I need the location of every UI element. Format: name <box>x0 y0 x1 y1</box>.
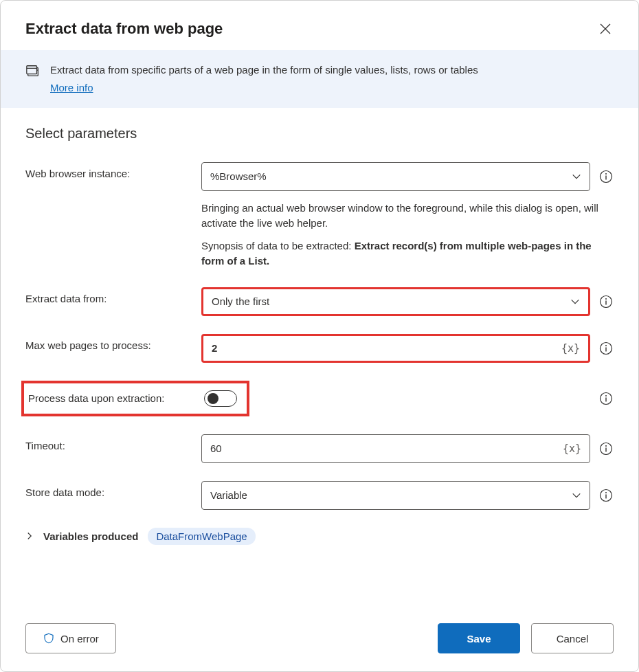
banner-text: Extract data from specific parts of a we… <box>50 63 478 78</box>
info-icon[interactable] <box>598 294 614 309</box>
chevron-right-icon <box>25 532 34 540</box>
svg-point-11 <box>605 345 607 346</box>
info-icon[interactable] <box>598 391 614 406</box>
on-error-button[interactable]: On error <box>25 623 116 653</box>
store-mode-value: Variable <box>210 489 572 501</box>
save-button[interactable]: Save <box>438 623 520 653</box>
synopsis-text: Synopsis of data to be extracted: Extrac… <box>201 238 614 269</box>
window-icon <box>25 64 41 79</box>
close-icon <box>600 23 611 34</box>
shield-icon <box>43 632 55 645</box>
timeout-value: 60 <box>210 443 563 454</box>
info-icon[interactable] <box>598 341 614 356</box>
dialog-title: Extract data from web page <box>25 20 223 38</box>
variable-picker-icon[interactable]: {x} <box>561 342 580 355</box>
timeout-label: Timeout: <box>25 434 190 451</box>
svg-rect-6 <box>605 175 606 179</box>
max-pages-value: 2 <box>212 342 561 354</box>
variable-picker-icon[interactable]: {x} <box>563 443 581 455</box>
extract-from-label: Extract data from: <box>25 287 190 304</box>
info-icon[interactable] <box>598 441 614 456</box>
info-icon[interactable] <box>598 488 614 503</box>
browser-instance-dropdown[interactable]: %Browser% <box>201 162 590 191</box>
info-banner: Extract data from specific parts of a we… <box>1 50 638 108</box>
section-title: Select parameters <box>25 126 614 142</box>
browser-instance-label: Web browser instance: <box>25 162 190 179</box>
svg-rect-12 <box>605 347 606 351</box>
timeout-input[interactable]: 60 {x} <box>201 434 590 463</box>
extract-from-dropdown[interactable]: Only the first <box>201 287 590 316</box>
svg-point-14 <box>605 395 607 396</box>
variables-produced-label: Variables produced <box>43 530 138 542</box>
svg-point-20 <box>605 492 607 493</box>
extract-from-value: Only the first <box>212 295 570 307</box>
info-icon[interactable] <box>598 169 614 184</box>
browser-instance-value: %Browser% <box>210 170 572 182</box>
svg-rect-21 <box>605 494 606 498</box>
chevron-down-icon <box>570 297 580 306</box>
svg-rect-2 <box>27 66 37 74</box>
svg-rect-15 <box>605 397 606 401</box>
toggle-knob <box>208 393 218 404</box>
more-info-link[interactable]: More info <box>50 80 93 96</box>
helper-text: Bringing an actual web browser window to… <box>201 201 614 232</box>
chevron-down-icon <box>572 491 581 500</box>
store-mode-dropdown[interactable]: Variable <box>201 481 590 510</box>
chevron-down-icon <box>572 172 581 181</box>
svg-point-17 <box>605 445 607 447</box>
max-pages-input[interactable]: 2 {x} <box>201 334 590 363</box>
svg-rect-18 <box>605 447 606 451</box>
process-data-toggle[interactable] <box>204 390 237 407</box>
cancel-button[interactable]: Cancel <box>531 623 614 653</box>
svg-rect-9 <box>605 300 606 304</box>
process-data-label: Process data upon extraction: <box>25 392 193 404</box>
svg-point-8 <box>605 298 607 300</box>
variables-expand-toggle[interactable] <box>25 532 34 540</box>
variable-pill[interactable]: DataFromWebPage <box>148 528 255 545</box>
svg-point-5 <box>605 173 607 175</box>
close-button[interactable] <box>597 21 614 37</box>
store-mode-label: Store data mode: <box>25 481 190 498</box>
max-pages-label: Max web pages to process: <box>25 334 190 351</box>
